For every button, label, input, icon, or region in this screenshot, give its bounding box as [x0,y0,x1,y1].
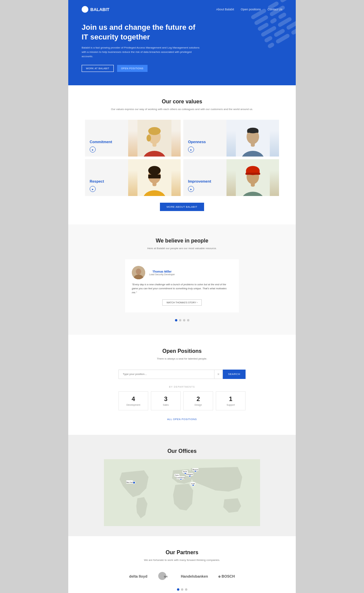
hero-buttons: WORK AT BALABIT OPEN POSITIONS [82,65,202,72]
testimonial-dots [115,319,249,321]
value-label-respect: Respect [90,179,176,183]
positions-title: Open Positions [85,348,279,354]
dept-count-sales: 3 [155,396,177,403]
svg-text:New York: New York [126,482,133,483]
value-card-content: Openness [183,136,279,157]
search-button[interactable]: SEARCH [223,370,246,379]
more-about-balabit-wrap: MORE ABOUT BALABIT [85,203,279,211]
positions-section: Open Positions There is always a seat fo… [68,335,296,435]
core-values-section: Our core values Our values express our w… [68,85,296,225]
watch-story-button[interactable]: WATCH THOMAS'S STORY › [162,299,202,306]
svg-text:Luxembourg: Luxembourg [176,477,185,479]
svg-point-29 [133,482,135,484]
deco-pill [270,17,277,24]
dot-4[interactable] [187,319,189,321]
value-card-respect: Respect [85,159,181,196]
svg-rect-24 [245,173,260,175]
commitment-play-button[interactable] [90,146,96,153]
person-role: Lead Security Developer [149,273,175,276]
partners-section: Our Partners We are fortunate to work wi… [68,536,296,593]
believe-inner: We believe in people Here at Balabit our… [115,238,249,321]
value-card-improvement: Improvement [183,159,279,196]
value-card-openness: Openness [183,120,279,157]
value-card-content: Commitment [85,136,181,157]
testimonial-quote: "Every day is a new challenge with a bun… [132,283,232,295]
value-label-openness: Openness [188,140,274,144]
all-positions-link[interactable]: ALL OPEN POSITIONS [167,418,197,421]
dept-label-sales: Sales [155,404,177,406]
work-at-balabit-button[interactable]: WORK AT BALABIT [82,65,114,72]
svg-text:ipc: ipc [164,575,168,578]
dept-label-support: Support [219,404,242,406]
partners-dots [85,588,279,591]
dept-design[interactable]: 2 Design [183,391,213,410]
svg-point-4 [148,127,161,135]
search-clear-button[interactable]: ✕ [214,370,223,379]
hero-section: BALABIT About Balabit Open positions Con… [68,0,296,85]
believe-section: We believe in people Here at Balabit our… [68,224,296,335]
dot-1[interactable] [175,319,177,321]
page-wrapper: BALABIT About Balabit Open positions Con… [68,0,296,593]
logo-icon [82,6,88,13]
value-card-content: Respect [85,175,181,196]
person-name: Thomas Miller [149,270,175,273]
svg-text:Paris: Paris [175,475,179,476]
value-label-improvement: Improvement [188,179,274,183]
partner-logo-delta: delta lloyd [129,574,147,578]
improvement-play-button[interactable] [188,186,194,192]
svg-point-26 [136,269,141,275]
value-label-commitment: Commitment [90,140,176,144]
svg-text:Israel: Israel [191,483,195,485]
hero-description: Balabit is a fast growing provider of Pr… [82,46,202,59]
dept-sales[interactable]: 3 Sales [151,391,181,410]
avatar [132,266,145,279]
nav-positions[interactable]: Open positions [241,8,261,11]
dept-label-design: Design [187,404,209,406]
believe-subtitle: Here at Balabit our people are our most … [115,246,249,251]
svg-text:Berlin: Berlin [183,471,187,473]
world-map-svg: New York Paris Luxembourg Berlin Budapes… [68,459,296,526]
partner-dot-3[interactable] [185,588,187,591]
hero-content: Join us and change the future of IT secu… [82,23,202,72]
dot-3[interactable] [183,319,185,321]
partners-title: Our Partners [85,550,279,556]
nav-about[interactable]: About Balabit [216,8,234,11]
svg-point-16 [148,166,161,175]
search-input[interactable] [118,370,214,379]
value-card-commitment: Commitment [85,120,181,157]
core-values-subtitle: Our values express our way of working wi… [85,107,279,112]
believe-title: We believe in people [115,238,249,244]
deco-pill [278,12,287,20]
offices-inner: Our Offices [68,448,296,454]
dot-2[interactable] [179,319,181,321]
deco-pill [264,35,273,43]
testimonial-person: Thomas Miller Lead Security Developer [132,266,232,279]
svg-text:Moscow: Moscow [192,469,198,471]
person-info: Thomas Miller Lead Security Developer [149,270,175,276]
nav: BALABIT About Balabit Open positions Con… [82,6,282,13]
partners-subtitle: We are fortunate to work with many forwa… [85,558,279,563]
dept-count-design: 2 [187,396,209,403]
logo[interactable]: BALABIT [82,6,109,13]
open-positions-hero-button[interactable]: OPEN POSITIONS [117,65,148,72]
partner-dot-1[interactable] [177,588,179,591]
world-map: New York Paris Luxembourg Berlin Budapes… [68,459,296,526]
dept-support[interactable]: 1 Support [216,391,246,410]
departments-grid: 4 Development 3 Sales 2 Design 1 Support [118,391,246,410]
offices-title: Our Offices [85,448,279,454]
dept-label-development: Development [122,404,145,406]
partner-logo-ipc: ipc [157,571,171,582]
more-about-balabit-button[interactable]: MORE ABOUT BALABIT [160,203,204,211]
dept-count-support: 1 [219,396,242,403]
respect-play-button[interactable] [90,186,96,192]
values-grid: Commitment [85,120,279,196]
openness-play-button[interactable] [188,146,194,153]
partner-logo-handelsbanken: Handelsbanken [181,574,208,578]
core-values-title: Our core values [85,99,279,105]
offices-section: Our Offices [68,435,296,536]
svg-rect-11 [247,131,258,133]
dept-development[interactable]: 4 Development [118,391,148,410]
search-row: ✕ SEARCH [118,370,246,379]
logo-text: BALABIT [90,7,109,12]
partner-dot-2[interactable] [181,588,183,591]
